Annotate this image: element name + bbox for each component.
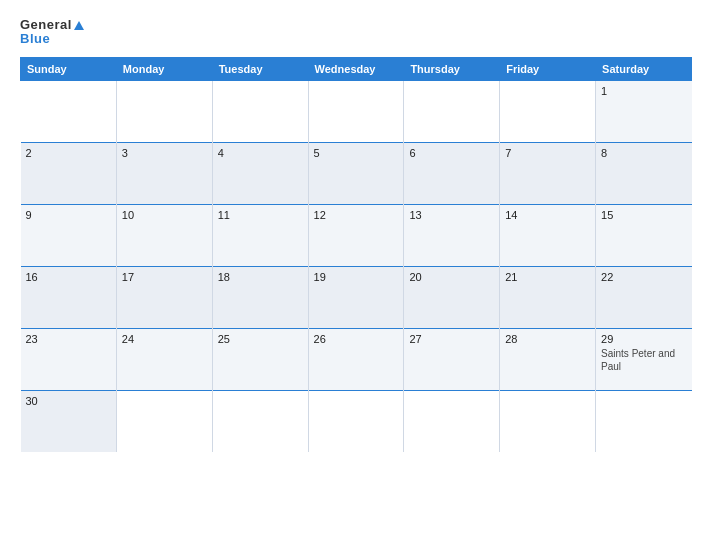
- calendar-cell: [308, 390, 404, 452]
- calendar-cell: [116, 80, 212, 142]
- calendar-cell: 13: [404, 204, 500, 266]
- day-number: 22: [601, 271, 686, 283]
- day-number: 24: [122, 333, 207, 345]
- calendar-cell: 27: [404, 328, 500, 390]
- day-number: 30: [26, 395, 111, 407]
- calendar-cell: [500, 80, 596, 142]
- calendar-week-row: 16171819202122: [21, 266, 692, 328]
- day-number: 20: [409, 271, 494, 283]
- day-number: 12: [314, 209, 399, 221]
- calendar-cell: 15: [596, 204, 692, 266]
- day-event: Saints Peter and Paul: [601, 347, 686, 373]
- day-number: 26: [314, 333, 399, 345]
- calendar-cell: 1: [596, 80, 692, 142]
- calendar-cell: 12: [308, 204, 404, 266]
- calendar-cell: 11: [212, 204, 308, 266]
- weekday-header: Monday: [116, 57, 212, 80]
- calendar-cell: [308, 80, 404, 142]
- calendar-cell: 8: [596, 142, 692, 204]
- calendar-cell: 19: [308, 266, 404, 328]
- calendar-week-row: 9101112131415: [21, 204, 692, 266]
- calendar-body: 1234567891011121314151617181920212223242…: [21, 80, 692, 452]
- day-number: 11: [218, 209, 303, 221]
- calendar-week-row: 1: [21, 80, 692, 142]
- day-number: 4: [218, 147, 303, 159]
- calendar-cell: [500, 390, 596, 452]
- calendar-cell: 23: [21, 328, 117, 390]
- logo-triangle-icon: [74, 21, 84, 30]
- weekday-header: Saturday: [596, 57, 692, 80]
- day-number: 13: [409, 209, 494, 221]
- calendar-cell: [404, 390, 500, 452]
- weekday-header-row: SundayMondayTuesdayWednesdayThursdayFrid…: [21, 57, 692, 80]
- logo-general-text: General: [20, 18, 84, 32]
- calendar-cell: 4: [212, 142, 308, 204]
- header: General Blue: [20, 18, 692, 47]
- weekday-header: Friday: [500, 57, 596, 80]
- day-number: 3: [122, 147, 207, 159]
- calendar-cell: 17: [116, 266, 212, 328]
- day-number: 15: [601, 209, 686, 221]
- day-number: 29: [601, 333, 686, 345]
- day-number: 9: [26, 209, 111, 221]
- day-number: 16: [26, 271, 111, 283]
- calendar-cell: 28: [500, 328, 596, 390]
- day-number: 7: [505, 147, 590, 159]
- calendar-cell: 18: [212, 266, 308, 328]
- weekday-header: Thursday: [404, 57, 500, 80]
- day-number: 18: [218, 271, 303, 283]
- day-number: 21: [505, 271, 590, 283]
- day-number: 23: [26, 333, 111, 345]
- calendar-page: General Blue SundayMondayTuesdayWednesda…: [0, 0, 712, 550]
- calendar-cell: 5: [308, 142, 404, 204]
- calendar-cell: 14: [500, 204, 596, 266]
- calendar-cell: 2: [21, 142, 117, 204]
- day-number: 17: [122, 271, 207, 283]
- weekday-header: Sunday: [21, 57, 117, 80]
- day-number: 1: [601, 85, 686, 97]
- calendar-cell: [21, 80, 117, 142]
- day-number: 5: [314, 147, 399, 159]
- day-number: 28: [505, 333, 590, 345]
- calendar-cell: [404, 80, 500, 142]
- calendar-table: SundayMondayTuesdayWednesdayThursdayFrid…: [20, 57, 692, 453]
- calendar-cell: 25: [212, 328, 308, 390]
- calendar-cell: [596, 390, 692, 452]
- calendar-week-row: 30: [21, 390, 692, 452]
- day-number: 25: [218, 333, 303, 345]
- weekday-header: Wednesday: [308, 57, 404, 80]
- day-number: 14: [505, 209, 590, 221]
- calendar-cell: 20: [404, 266, 500, 328]
- calendar-cell: 16: [21, 266, 117, 328]
- calendar-cell: 3: [116, 142, 212, 204]
- calendar-week-row: 2345678: [21, 142, 692, 204]
- day-number: 8: [601, 147, 686, 159]
- weekday-header: Tuesday: [212, 57, 308, 80]
- day-number: 2: [26, 147, 111, 159]
- calendar-cell: 26: [308, 328, 404, 390]
- calendar-cell: [212, 390, 308, 452]
- calendar-cell: 30: [21, 390, 117, 452]
- calendar-cell: 22: [596, 266, 692, 328]
- calendar-cell: 29Saints Peter and Paul: [596, 328, 692, 390]
- day-number: 27: [409, 333, 494, 345]
- calendar-cell: 7: [500, 142, 596, 204]
- calendar-cell: 10: [116, 204, 212, 266]
- calendar-cell: [212, 80, 308, 142]
- logo-blue-text: Blue: [20, 32, 84, 46]
- calendar-cell: [116, 390, 212, 452]
- logo: General Blue: [20, 18, 84, 47]
- calendar-cell: 21: [500, 266, 596, 328]
- calendar-cell: 24: [116, 328, 212, 390]
- calendar-cell: 6: [404, 142, 500, 204]
- day-number: 10: [122, 209, 207, 221]
- day-number: 19: [314, 271, 399, 283]
- calendar-cell: 9: [21, 204, 117, 266]
- day-number: 6: [409, 147, 494, 159]
- calendar-week-row: 23242526272829Saints Peter and Paul: [21, 328, 692, 390]
